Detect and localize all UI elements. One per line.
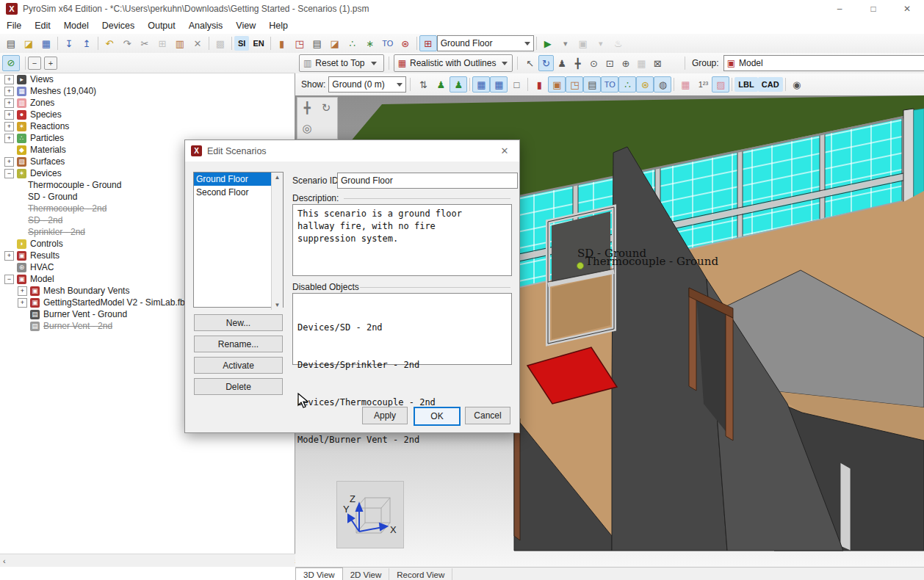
tree-horizontal-scrollbar[interactable]: ‹ ›: [0, 554, 300, 567]
scenario-id-field[interactable]: Ground Floor: [337, 173, 518, 189]
edit-record-icon[interactable]: ▩: [212, 35, 229, 51]
run-dropdown-icon[interactable]: ▾: [557, 35, 574, 51]
scenario-manager-icon[interactable]: ⊞: [419, 35, 437, 51]
open-icon[interactable]: ◪: [20, 35, 37, 51]
walk-tool-icon[interactable]: ♟: [554, 55, 570, 71]
menu-file[interactable]: File: [0, 21, 28, 31]
scenario-list-scrollbar[interactable]: ▲▼: [271, 173, 283, 310]
expand-icon[interactable]: +: [4, 87, 14, 96]
undo-icon[interactable]: ↶: [101, 35, 118, 51]
scenario-list-item-second[interactable]: Second Floor: [194, 186, 272, 199]
show-devices-icon[interactable]: ⊛: [636, 76, 654, 93]
menu-help[interactable]: Help: [262, 21, 295, 31]
reset-view-button[interactable]: ▥ Reset to Top: [299, 54, 384, 72]
menu-output[interactable]: Output: [141, 21, 182, 31]
copy-icon[interactable]: ⊞: [154, 35, 171, 51]
expand-icon[interactable]: +: [4, 98, 14, 108]
save-icon[interactable]: ▦: [37, 35, 55, 51]
new-button[interactable]: New...: [194, 314, 283, 331]
maximize-button[interactable]: □: [856, 0, 890, 18]
collapse-icon[interactable]: −: [4, 169, 14, 178]
show-floor-combo[interactable]: Ground (0 m): [328, 76, 406, 93]
person-view-active-icon[interactable]: ♟: [450, 76, 467, 93]
description-textarea[interactable]: This scenario is a ground floor hallway …: [292, 204, 512, 276]
apply-button[interactable]: Apply: [362, 407, 408, 424]
expand-icon[interactable]: +: [4, 75, 14, 84]
tree-item-views[interactable]: +▸Views: [0, 73, 295, 85]
tab-2d-view[interactable]: 2D View: [343, 568, 390, 580]
expand-icon[interactable]: +: [18, 286, 27, 296]
fit-view-icon[interactable]: ⊠: [649, 55, 665, 71]
ok-button[interactable]: OK: [414, 407, 461, 426]
en-units-button[interactable]: EN: [249, 36, 267, 51]
new-reaction-icon[interactable]: ⊛: [397, 35, 414, 51]
import-icon[interactable]: ↧: [60, 35, 78, 51]
slab-icon[interactable]: ▨: [712, 76, 729, 93]
si-units-button[interactable]: SI: [234, 36, 249, 51]
menu-edit[interactable]: Edit: [28, 21, 57, 31]
center-view-icon[interactable]: ⊕: [618, 55, 634, 71]
expand-all-button[interactable]: +: [44, 57, 57, 70]
tree-item-zones[interactable]: +▥Zones: [0, 97, 295, 109]
tree-item-species[interactable]: +●Species: [0, 109, 295, 120]
cut-icon[interactable]: ✂: [136, 35, 154, 51]
activate-button[interactable]: Activate: [194, 357, 283, 374]
dialog-close-icon[interactable]: ✕: [490, 140, 519, 162]
collapse-all-button[interactable]: −: [28, 57, 41, 70]
mesh-wire-icon[interactable]: ▦: [490, 76, 508, 93]
redo-icon[interactable]: ↷: [118, 35, 136, 51]
scroll-down-icon[interactable]: ▼: [275, 302, 281, 308]
smokeview-icon[interactable]: ♨: [610, 35, 627, 51]
menu-model[interactable]: Model: [57, 21, 95, 31]
select-tool-icon[interactable]: ↖: [522, 55, 538, 71]
rename-button[interactable]: Rename...: [194, 336, 283, 352]
new-vent-icon[interactable]: ▤: [308, 35, 326, 51]
grid-icon[interactable]: ▦: [676, 76, 694, 93]
scroll-up-icon[interactable]: ▲: [275, 174, 281, 181]
obstruction-red-icon[interactable]: ▮: [530, 76, 548, 93]
tree-item-meshes[interactable]: +▦Meshes (19,040): [0, 85, 295, 97]
show-obstructions-icon[interactable]: ▣: [548, 76, 566, 93]
orbit-tool-icon[interactable]: ↻: [538, 55, 555, 71]
mesh-off-icon[interactable]: □: [508, 76, 525, 93]
mesh-solid-icon[interactable]: ▦: [472, 76, 490, 93]
zoom-tool-icon[interactable]: ⊙: [586, 55, 602, 71]
show-holes-icon[interactable]: ◳: [566, 76, 583, 93]
delete-button[interactable]: Delete: [194, 378, 283, 395]
expand-icon[interactable]: +: [4, 251, 14, 261]
cad-toggle-button[interactable]: CAD: [758, 77, 783, 92]
new-hole-icon[interactable]: ◳: [291, 35, 308, 51]
filter-tree-icon[interactable]: ⊘: [2, 55, 20, 71]
zoom-window-icon[interactable]: ⊡: [602, 55, 618, 71]
run-simulation-icon[interactable]: ▶: [539, 35, 557, 51]
export-icon[interactable]: ↥: [78, 35, 95, 51]
scroll-left-icon[interactable]: ‹: [3, 557, 6, 565]
expand-icon[interactable]: +: [4, 122, 14, 131]
expand-icon[interactable]: +: [4, 110, 14, 120]
disabled-objects-list[interactable]: Devices/SD - 2nd Devices/Sprinkler - 2nd…: [292, 293, 512, 365]
new-particle-cloud-icon[interactable]: ∴: [344, 35, 361, 51]
close-button[interactable]: ✕: [890, 0, 924, 18]
delete-icon[interactable]: ✕: [189, 35, 206, 51]
filter-view-icon[interactable]: ▦: [634, 55, 650, 71]
minimize-button[interactable]: –: [823, 0, 856, 18]
resume-dropdown-icon[interactable]: ▾: [592, 35, 610, 51]
camera-icon[interactable]: ◉: [788, 76, 806, 93]
group-combo[interactable]: ▣ Model: [723, 55, 924, 71]
expand-icon[interactable]: +: [18, 298, 27, 308]
numbers-icon[interactable]: 1²³: [694, 76, 712, 93]
lbl-toggle-button[interactable]: LBL: [734, 77, 757, 92]
show-smoke-icon[interactable]: ◍: [654, 76, 671, 93]
scenario-list[interactable]: Ground Floor Second Floor ▲▼: [193, 172, 284, 308]
expand-icon[interactable]: +: [4, 157, 14, 167]
render-mode-combo[interactable]: ▦ Realistic with Outlines: [394, 54, 513, 72]
rotate-icon[interactable]: ↻: [317, 98, 336, 118]
paste-icon[interactable]: ▥: [171, 35, 189, 51]
new-thermocouple-icon[interactable]: TO: [379, 35, 397, 51]
pan-tool-icon[interactable]: ╋: [570, 55, 586, 71]
menu-devices[interactable]: Devices: [95, 21, 141, 31]
pan-icon[interactable]: ╋: [297, 98, 317, 118]
person-view-icon[interactable]: ♟: [432, 76, 450, 93]
floor-levels-icon[interactable]: ⇅: [414, 76, 432, 93]
scenario-combo[interactable]: Ground Floor: [437, 35, 534, 51]
